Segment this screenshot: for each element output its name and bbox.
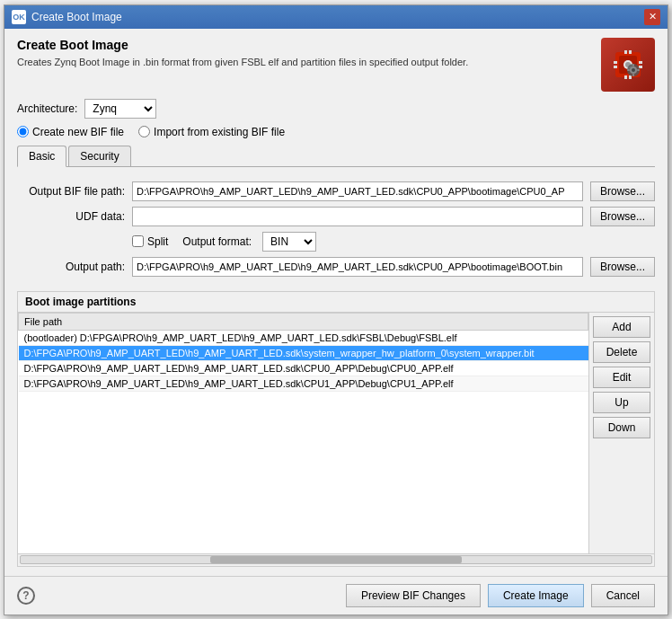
bottom-buttons: Preview BIF Changes Create Image Cancel: [346, 584, 655, 607]
table-row[interactable]: D:\FPGA\PRO\h9_AMP_UART_LED\h9_AMP_UART_…: [19, 360, 588, 376]
output-bif-input[interactable]: [132, 181, 583, 201]
create-image-button[interactable]: Create Image: [488, 584, 584, 607]
udf-row: UDF data: Browse...: [17, 207, 655, 226]
down-button[interactable]: Down: [593, 417, 650, 438]
bif-radio-row: Create new BIF file Import from existing…: [17, 126, 655, 138]
split-checkbox-label[interactable]: Split: [132, 235, 168, 248]
svg-rect-8: [614, 61, 617, 64]
partitions-table-container[interactable]: File path (bootloader) D:\FPGA\PRO\h9_AM…: [18, 313, 588, 553]
form-section: Output BIF file path: Browse... UDF data…: [17, 174, 655, 284]
boot-image-icon: [601, 38, 655, 92]
app-icon: OK: [12, 10, 26, 24]
dialog-window: OK Create Boot Image ✕ Create Boot Image…: [4, 4, 668, 615]
dialog-title: Create Boot Image: [17, 38, 592, 52]
title-bar-left: OK Create Boot Image: [12, 10, 122, 24]
edit-button[interactable]: Edit: [593, 367, 650, 388]
tabs-row: Basic Security: [17, 146, 655, 167]
udf-label: UDF data:: [17, 210, 125, 223]
header-section: Create Boot Image Creates Zynq Boot Imag…: [17, 38, 655, 92]
create-bif-radio[interactable]: Create new BIF file: [17, 126, 124, 138]
svg-rect-11: [639, 66, 642, 68]
svg-rect-4: [624, 50, 627, 54]
file-path-column-header: File path: [19, 313, 588, 330]
architecture-select[interactable]: Zynq ZynqMP: [84, 99, 156, 119]
side-buttons: Add Delete Edit Up Down: [588, 313, 654, 553]
main-content: Create Boot Image Creates Zynq Boot Imag…: [4, 29, 668, 576]
output-bif-row: Output BIF file path: Browse...: [17, 181, 655, 201]
chip-icon-svg: [612, 49, 644, 81]
scrollbar-thumb: [210, 556, 463, 563]
svg-rect-5: [629, 50, 632, 54]
preview-bif-button[interactable]: Preview BIF Changes: [346, 584, 481, 607]
output-path-label: Output path:: [17, 261, 125, 273]
split-checkbox[interactable]: [132, 235, 144, 247]
partitions-body: File path (bootloader) D:\FPGA\PRO\h9_AM…: [18, 313, 654, 553]
table-row[interactable]: D:\FPGA\PRO\h9_AMP_UART_LED\h9_AMP_UART_…: [19, 376, 588, 391]
add-button[interactable]: Add: [593, 316, 650, 338]
svg-point-14: [632, 68, 635, 72]
output-bif-label: Output BIF file path:: [17, 185, 125, 198]
table-row[interactable]: D:\FPGA\PRO\h9_AMP_UART_LED\h9_AMP_UART_…: [19, 345, 588, 360]
tab-basic[interactable]: Basic: [17, 146, 66, 167]
svg-rect-18: [637, 69, 640, 71]
svg-rect-9: [614, 66, 617, 68]
help-icon[interactable]: ?: [17, 587, 35, 605]
svg-rect-15: [632, 64, 634, 66]
tab-security[interactable]: Security: [68, 146, 130, 166]
architecture-label: Architecture:: [17, 102, 77, 115]
partitions-header: Boot image partitions: [18, 292, 654, 313]
import-bif-radio[interactable]: Import from existing BIF file: [138, 126, 285, 138]
close-button[interactable]: ✕: [644, 9, 660, 25]
partitions-table: File path (bootloader) D:\FPGA\PRO\h9_AM…: [18, 313, 588, 392]
split-format-row: Split Output format: BIN MCS HEX: [17, 232, 655, 252]
svg-rect-16: [632, 74, 634, 76]
up-button[interactable]: Up: [593, 392, 650, 413]
cancel-button[interactable]: Cancel: [591, 584, 655, 607]
output-format-label: Output format:: [182, 235, 252, 248]
ok-badge-icon: OK: [13, 13, 25, 22]
title-bar-text: Create Boot Image: [31, 11, 122, 23]
output-path-row: Output path: Browse...: [17, 257, 655, 277]
svg-rect-6: [624, 75, 627, 79]
udf-input[interactable]: [132, 207, 583, 226]
dialog-description: Creates Zynq Boot Image in .bin format f…: [17, 56, 592, 69]
horizontal-scrollbar-row: [18, 553, 654, 566]
delete-button[interactable]: Delete: [593, 341, 650, 363]
svg-rect-17: [627, 69, 630, 71]
udf-browse-button[interactable]: Browse...: [590, 207, 655, 226]
title-bar: OK Create Boot Image ✕: [4, 5, 668, 29]
output-bif-browse-button[interactable]: Browse...: [590, 181, 655, 201]
horizontal-scrollbar[interactable]: [20, 555, 652, 564]
architecture-row: Architecture: Zynq ZynqMP: [17, 99, 655, 119]
partitions-section: Boot image partitions File path (bootloa…: [17, 291, 655, 567]
output-path-input[interactable]: [132, 257, 583, 277]
table-row[interactable]: (bootloader) D:\FPGA\PRO\h9_AMP_UART_LED…: [19, 330, 588, 345]
output-format-select[interactable]: BIN MCS HEX: [262, 232, 316, 252]
svg-rect-10: [639, 61, 642, 64]
output-path-browse-button[interactable]: Browse...: [590, 257, 655, 277]
svg-rect-7: [629, 75, 632, 79]
header-text: Create Boot Image Creates Zynq Boot Imag…: [17, 38, 592, 69]
bottom-bar: ? Preview BIF Changes Create Image Cance…: [4, 576, 668, 615]
